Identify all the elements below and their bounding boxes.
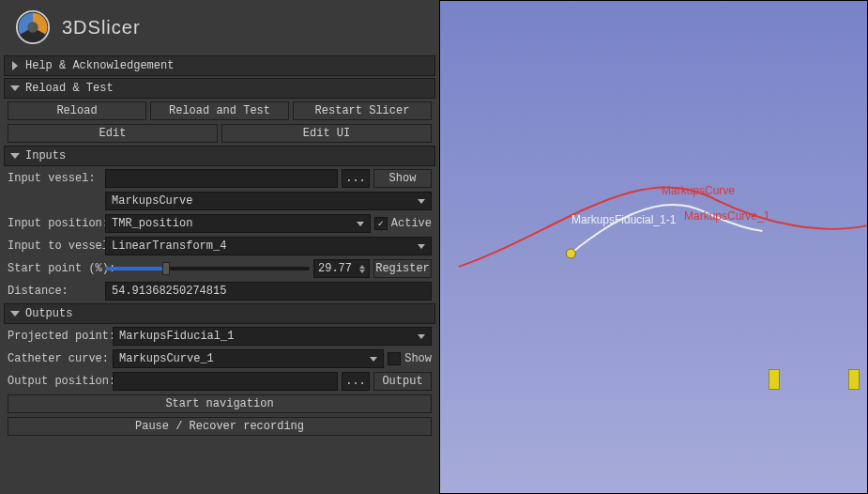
spin-down-icon[interactable] <box>359 270 365 273</box>
reload-and-test-button[interactable]: Reload and Test <box>150 101 289 120</box>
pause-recover-recording-button[interactable]: Pause / Recover recording <box>8 417 432 436</box>
catheter-curve-label: Catheter curve: <box>8 352 109 365</box>
section-inputs-title: Inputs <box>25 149 66 162</box>
chevron-down-icon <box>10 85 20 91</box>
input-vessel-field[interactable] <box>105 169 338 188</box>
cylinder-icon <box>769 369 780 390</box>
chevron-down-icon <box>418 244 425 249</box>
markups-curve-1-label: MarkupsCurve_1 <box>684 209 769 223</box>
start-point-label: Start point (%): <box>8 262 101 275</box>
register-button[interactable]: Register <box>373 259 432 278</box>
output-position-browse-button[interactable]: ... <box>342 372 370 391</box>
spin-up-icon[interactable] <box>359 265 365 269</box>
section-reload-title: Reload & Test <box>25 82 114 95</box>
catheter-curve-value: MarkupsCurve_1 <box>119 352 214 365</box>
markups-curve-outer <box>459 187 867 267</box>
start-point-slider[interactable] <box>105 259 310 278</box>
fiducial-point-icon <box>566 249 575 258</box>
chevron-right-icon <box>12 61 18 70</box>
active-checkbox[interactable]: ✓ <box>374 217 388 230</box>
section-outputs[interactable]: Outputs <box>4 303 435 324</box>
section-outputs-title: Outputs <box>25 307 72 320</box>
active-label: Active <box>391 217 432 230</box>
projected-point-value: MarkupsFiducial_1 <box>119 330 234 343</box>
markups-fiducial-1-1-label: MarkupsFiducial_1-1 <box>571 213 676 226</box>
edit-button[interactable]: Edit <box>8 124 218 143</box>
input-to-vessel-label: Input to vessel: <box>8 239 101 253</box>
start-point-value: 29.77 <box>318 262 352 275</box>
input-position-select[interactable]: TMR_position <box>105 214 371 233</box>
projected-point-label: Projected point: <box>8 330 109 343</box>
chevron-down-icon <box>370 357 377 362</box>
slicer-logo-icon <box>15 9 51 45</box>
app-title: 3DSlicer <box>62 17 141 39</box>
chevron-down-icon <box>418 334 425 339</box>
chevron-down-icon <box>10 311 20 316</box>
input-vessel-curve-select[interactable]: MarkupsCurve <box>105 192 432 210</box>
chevron-down-icon <box>357 222 364 226</box>
restart-slicer-button[interactable]: Restart Slicer <box>293 101 432 120</box>
module-panel: 3DSlicer Help & Acknowledgement Reload &… <box>0 0 439 494</box>
show-vessel-button[interactable]: Show <box>373 169 432 188</box>
start-point-spinbox[interactable]: 29.77 <box>313 259 370 278</box>
input-vessel-curve-value: MarkupsCurve <box>112 194 192 208</box>
chevron-down-icon <box>10 153 20 159</box>
input-to-vessel-select[interactable]: LinearTransform_4 <box>105 237 432 255</box>
projected-point-select[interactable]: MarkupsFiducial_1 <box>113 327 432 346</box>
section-inputs[interactable]: Inputs <box>4 146 435 166</box>
distance-label: Distance: <box>8 285 101 298</box>
edit-ui-button[interactable]: Edit UI <box>221 124 432 143</box>
output-button[interactable]: Output <box>373 372 432 391</box>
input-position-label: Input position: <box>8 217 101 230</box>
output-position-field[interactable] <box>113 372 338 391</box>
scene-overlay <box>440 1 867 493</box>
3d-viewport[interactable]: MarkupsCurve MarkupsCurve_1 MarkupsFiduc… <box>439 0 868 494</box>
section-help[interactable]: Help & Acknowledgement <box>4 55 435 76</box>
cylinder-icon <box>848 369 860 390</box>
input-vessel-browse-button[interactable]: ... <box>342 169 370 188</box>
output-position-label: Output position: <box>8 375 109 388</box>
app-header: 3DSlicer <box>0 0 439 54</box>
input-vessel-label: Input vessel: <box>8 172 101 185</box>
svg-point-1 <box>27 22 38 32</box>
chevron-down-icon <box>418 199 425 204</box>
section-reload[interactable]: Reload & Test <box>4 78 435 99</box>
input-position-value: TMR_position <box>112 217 192 230</box>
input-to-vessel-value: LinearTransform_4 <box>112 239 226 253</box>
show-catheter-label: Show <box>404 352 432 365</box>
markups-curve-label: MarkupsCurve <box>662 184 735 197</box>
start-navigation-button[interactable]: Start navigation <box>8 394 432 413</box>
reload-button[interactable]: Reload <box>8 101 146 120</box>
section-help-title: Help & Acknowledgement <box>25 59 174 72</box>
show-catheter-checkbox[interactable] <box>388 352 401 365</box>
catheter-curve-select[interactable]: MarkupsCurve_1 <box>113 349 384 368</box>
distance-field: 54.91368250274815 <box>105 282 432 301</box>
